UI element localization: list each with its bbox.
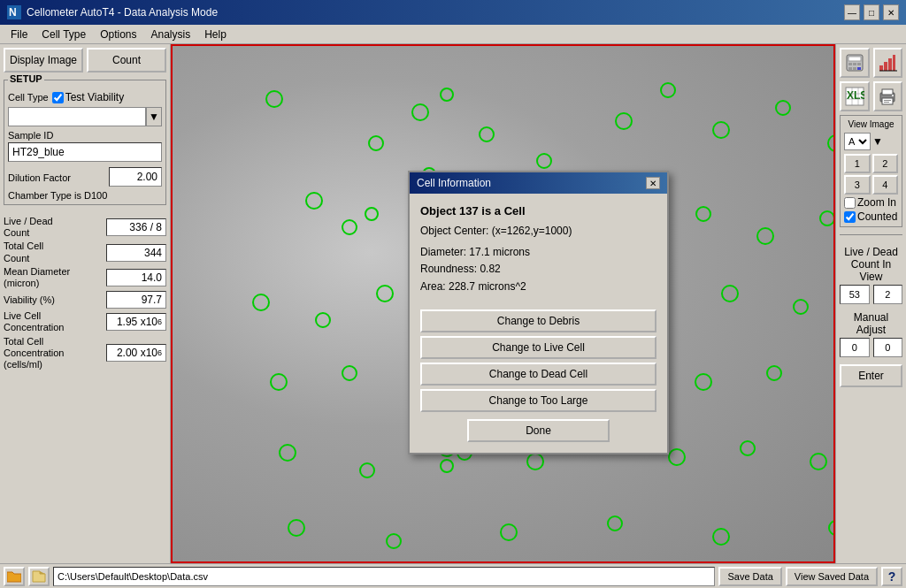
- setup-label: SETUP: [8, 73, 44, 84]
- xls-icon: XLS: [845, 87, 864, 106]
- count-button[interactable]: Count: [87, 48, 166, 73]
- view-image-select[interactable]: A B: [844, 133, 871, 150]
- microscope-image[interactable]: Cell Information ✕ Object 137 is a Cell …: [171, 44, 835, 563]
- close-button[interactable]: ✕: [883, 4, 899, 20]
- svg-point-9: [616, 113, 632, 129]
- enter-button[interactable]: Enter: [840, 364, 902, 387]
- calculator-button[interactable]: [840, 48, 870, 78]
- view-num-grid: 1 2 3 4: [844, 154, 898, 195]
- zoom-in-checkbox[interactable]: [844, 197, 856, 209]
- total-cell-row: Total CellCount 344: [4, 241, 166, 263]
- svg-rect-84: [888, 58, 892, 71]
- bar-chart-button[interactable]: [873, 48, 903, 78]
- svg-point-32: [253, 294, 269, 310]
- file-path-input[interactable]: [53, 567, 715, 586]
- svg-point-8: [441, 88, 453, 101]
- title-text: Cellometer AutoT4 - Data Analysis Mode: [27, 6, 844, 19]
- cell-type-row: Cell Type Test Viability: [8, 91, 162, 103]
- counted-checkbox[interactable]: [844, 211, 856, 223]
- svg-point-67: [501, 524, 517, 540]
- svg-point-68: [608, 516, 622, 531]
- view-image-box: View Image A B ▼ 1 2 3 4 Zoom In Counte: [840, 115, 902, 227]
- right-panel: XLS View Image: [835, 44, 906, 563]
- menu-help[interactable]: Help: [197, 27, 234, 42]
- stats-section: Live / DeadCount 336 / 8 Total CellCount…: [4, 216, 166, 370]
- top-buttons: Display Image Count: [4, 48, 166, 73]
- print-button[interactable]: [873, 81, 903, 111]
- total-cell-label: Total CellCount: [4, 241, 106, 263]
- mean-diameter-label: Mean Diameter(micron): [4, 266, 106, 289]
- menu-bar: File Cell Type Options Analysis Help: [0, 25, 906, 44]
- view-num-4-button[interactable]: 4: [872, 175, 899, 195]
- open-file-button[interactable]: [28, 567, 50, 586]
- svg-rect-75: [848, 57, 861, 61]
- manual-adj-live: 0: [840, 338, 870, 357]
- svg-text:XLS: XLS: [847, 89, 864, 102]
- cell-type-input[interactable]: HT-29: [8, 107, 146, 126]
- done-button[interactable]: Done: [467, 419, 609, 442]
- modal-close-button[interactable]: ✕: [646, 177, 660, 189]
- viability-label: Viability (%): [4, 294, 106, 306]
- dilution-factor-input[interactable]: [109, 167, 162, 187]
- view-num-2-button[interactable]: 2: [872, 154, 899, 173]
- live-conc-row: Live CellConcentration 1.95 x106: [4, 310, 166, 333]
- minimize-button[interactable]: —: [844, 4, 860, 20]
- cell-type-dropdown-arrow[interactable]: ▼: [146, 107, 162, 126]
- view-saved-data-button[interactable]: View Saved Data: [786, 567, 878, 586]
- view-num-3-button[interactable]: 3: [844, 175, 871, 195]
- viability-value: 97.7: [106, 291, 166, 309]
- sample-id-input[interactable]: [8, 142, 162, 162]
- modal-body: Object 137 is a Cell Object Center: (x=1…: [410, 194, 667, 453]
- change-to-too-large-button[interactable]: Change to Too Large: [420, 389, 656, 412]
- modal-titlebar: Cell Information ✕: [410, 172, 667, 194]
- window-controls[interactable]: — □ ✕: [844, 4, 899, 20]
- svg-rect-96: [882, 98, 893, 104]
- total-conc-row: Total CellConcentration(cells/ml) 2.00 x…: [4, 336, 166, 371]
- modal-area: Area: 228.7 microns^2: [420, 279, 656, 295]
- save-data-button[interactable]: Save Data: [718, 567, 781, 586]
- zoom-in-label[interactable]: Zoom In: [844, 196, 898, 209]
- manual-adj-dead: 0: [873, 338, 903, 357]
- svg-point-18: [342, 220, 357, 234]
- svg-point-11: [713, 122, 729, 138]
- menu-file[interactable]: File: [4, 27, 35, 42]
- test-viability-checkbox-label[interactable]: Test Viability: [52, 91, 124, 103]
- help-button[interactable]: ?: [881, 567, 902, 586]
- left-panel: Display Image Count SETUP Cell Type Test…: [0, 44, 171, 563]
- modal-roundness: Roundness: 0.82: [420, 261, 656, 278]
- cell-type-dropdown-row: HT-29 ▼: [8, 107, 162, 126]
- change-to-debris-button[interactable]: Change to Debris: [420, 309, 656, 332]
- live-dead-value: 336 / 8: [106, 218, 166, 236]
- test-viability-checkbox[interactable]: [52, 92, 64, 103]
- view-select-arrow: ▼: [872, 135, 883, 148]
- maximize-button[interactable]: □: [864, 4, 879, 20]
- display-image-button[interactable]: Display Image: [4, 48, 83, 73]
- modal-diameter: Diameter: 17.1 microns: [420, 244, 656, 261]
- folder-icon-button[interactable]: [4, 567, 25, 586]
- svg-point-61: [810, 454, 826, 470]
- viability-row: Viability (%) 97.7: [4, 291, 166, 309]
- modal-center: Object Center: (x=1262,y=1000): [420, 225, 656, 237]
- svg-point-99: [892, 95, 894, 96]
- modal-details: Diameter: 17.1 microns Roundness: 0.82 A…: [420, 244, 656, 295]
- svg-point-12: [776, 101, 790, 115]
- excel-export-button[interactable]: XLS: [840, 81, 870, 111]
- svg-point-34: [377, 286, 393, 302]
- svg-point-49: [767, 366, 781, 380]
- top-icon-row: [840, 48, 902, 78]
- svg-rect-98: [884, 102, 889, 103]
- cell-information-dialog[interactable]: Cell Information ✕ Object 137 is a Cell …: [408, 171, 669, 454]
- svg-point-27: [696, 207, 710, 221]
- counted-label[interactable]: Counted: [844, 210, 898, 223]
- center-image-area[interactable]: Cell Information ✕ Object 137 is a Cell …: [171, 44, 835, 563]
- svg-point-53: [360, 463, 374, 477]
- modal-title: Cell Information: [417, 177, 646, 189]
- dilution-factor-label: Dilution Factor: [8, 172, 71, 183]
- view-num-1-button[interactable]: 1: [844, 154, 871, 173]
- change-to-dead-cell-button[interactable]: Change to Dead Cell: [420, 363, 656, 386]
- change-to-live-cell-button[interactable]: Change to Live Cell: [420, 336, 656, 359]
- menu-analysis[interactable]: Analysis: [144, 27, 198, 42]
- menu-options[interactable]: Options: [93, 27, 143, 42]
- menu-cell-type[interactable]: Cell Type: [35, 27, 93, 42]
- sample-id-label: Sample ID: [8, 130, 162, 141]
